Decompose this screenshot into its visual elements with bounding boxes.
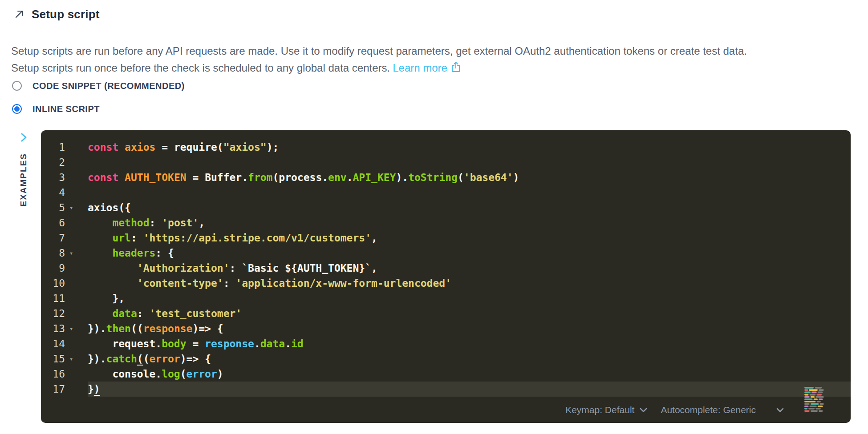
code-token: const	[88, 141, 118, 153]
code-token: log	[162, 368, 180, 380]
code-token: );	[267, 141, 279, 153]
keymap-dropdown[interactable]: Keymap: Default	[565, 405, 647, 415]
radio-button-icon[interactable]	[12, 81, 22, 91]
code-token: ).	[396, 172, 408, 183]
code-token: axios({	[88, 202, 131, 213]
code-line[interactable]: 10 'content-type': 'application/x-www-fo…	[41, 276, 851, 291]
code-line-content[interactable]: const AUTH_TOKEN = Buffer.from(process.e…	[88, 170, 851, 185]
code-token: ((	[131, 323, 143, 334]
code-line-content[interactable]: 'Authorization': `Basic ${AUTH_TOKEN}`,	[88, 261, 851, 276]
radio-option-inline-script[interactable]: INLINE SCRIPT	[12, 103, 100, 115]
code-line-content[interactable]: url: 'https://api.stripe.com/v1/customer…	[88, 230, 851, 245]
code-line-content[interactable]: headers: {	[88, 245, 851, 261]
code-token: )	[513, 172, 519, 183]
code-token: method	[112, 217, 149, 229]
collapse-arrow-icon[interactable]	[13, 8, 25, 20]
code-line[interactable]: 7 url: 'https://api.stripe.com/v1/custom…	[41, 230, 851, 245]
code-line-content[interactable]: data: 'test_customer'	[88, 306, 851, 321]
code-line[interactable]: 3const AUTH_TOKEN = Buffer.from(process.…	[41, 170, 851, 185]
code-token: 'content-type'	[137, 277, 223, 289]
code-line-content[interactable]	[88, 185, 851, 200]
code-token: body	[162, 338, 186, 350]
code-line-content[interactable]: method: 'post',	[88, 215, 851, 230]
code-line[interactable]: 15▾}).catch((error)=> {	[41, 351, 851, 366]
code-line-content[interactable]: }).then((response)=> {	[88, 321, 851, 336]
code-token: request.	[88, 338, 162, 350]
code-line-content[interactable]: console.log(error)	[88, 366, 851, 382]
examples-rail-label: EXAMPLES	[19, 153, 28, 207]
fold-gutter	[65, 140, 88, 155]
code-line[interactable]: 4	[41, 185, 851, 200]
code-line[interactable]: 2	[41, 155, 851, 170]
code-token: = Buffer.	[187, 172, 248, 183]
code-line-content[interactable]: })	[88, 382, 851, 397]
code-line[interactable]: 12 data: 'test_customer'	[41, 306, 851, 321]
line-number: 10	[41, 276, 65, 291]
code-token: :	[131, 232, 143, 244]
code-token	[88, 308, 112, 319]
code-token: data	[112, 308, 137, 319]
code-line-content[interactable]: },	[88, 291, 851, 306]
code-token: : `Basic ${AUTH_TOKEN}`,	[230, 262, 377, 274]
code-line[interactable]: 14 request.body = response.data.id	[41, 336, 851, 351]
editor-statusbar: Keymap: Default Autocomplete: Generic	[41, 397, 851, 423]
code-line[interactable]: 11 },	[41, 291, 851, 306]
code-token: toString	[408, 172, 458, 183]
code-token: = require(	[155, 141, 223, 153]
code-token: ,	[371, 232, 377, 244]
code-line[interactable]: 6 method: 'post',	[41, 215, 851, 230]
fold-arrow-icon[interactable]: ▾	[65, 200, 88, 215]
code-line[interactable]: 13▾}).then((response)=> {	[41, 321, 851, 336]
chevron-down-icon	[776, 408, 784, 413]
code-token: response	[205, 338, 254, 350]
fold-arrow-icon[interactable]: ▾	[65, 321, 88, 336]
examples-rail-toggle[interactable]: EXAMPLES	[12, 133, 35, 207]
radio-option-label: CODE SNIPPET (RECOMMENDED)	[32, 81, 185, 91]
code-token: (	[143, 353, 150, 365]
section-header: Setup script	[13, 5, 868, 23]
fold-gutter	[65, 276, 88, 291]
line-number: 13	[41, 321, 65, 336]
code-line[interactable]: 1const axios = require("axios");	[41, 140, 851, 155]
code-token	[88, 232, 112, 244]
fold-gutter	[65, 170, 88, 185]
description-line1: Setup scripts are run before any API req…	[11, 45, 747, 57]
code-line[interactable]: 5▾axios({	[41, 200, 851, 215]
radio-button-icon[interactable]	[12, 104, 22, 114]
code-token: response	[143, 323, 193, 334]
code-line[interactable]: 17})	[41, 382, 851, 397]
code-line-content[interactable]: axios({	[88, 200, 851, 215]
autocomplete-dropdown[interactable]: Autocomplete: Generic	[661, 405, 784, 415]
code-token: )	[217, 368, 223, 380]
learn-more-link[interactable]: Learn more	[393, 62, 447, 74]
code-editor[interactable]: 1const axios = require("axios");23const …	[41, 130, 851, 423]
code-token: :	[223, 277, 236, 289]
code-line-content[interactable]	[88, 155, 851, 170]
fold-gutter	[65, 382, 88, 397]
code-token: headers	[112, 247, 155, 259]
code-token: )=> {	[192, 323, 223, 334]
code-token: error	[150, 353, 180, 365]
line-number: 5	[41, 200, 65, 215]
code-token: then	[106, 323, 131, 334]
code-line-content[interactable]: request.body = response.data.id	[88, 336, 851, 351]
code-token	[88, 217, 112, 229]
fold-arrow-icon[interactable]: ▾	[65, 245, 88, 261]
code-line[interactable]: 9 'Authorization': `Basic ${AUTH_TOKEN}`…	[41, 261, 851, 276]
code-line[interactable]: 16 console.log(error)	[41, 366, 851, 382]
code-line[interactable]: 8▾ headers: {	[41, 245, 851, 261]
code-token: .	[254, 338, 260, 350]
line-number: 15	[41, 351, 65, 366]
line-number: 7	[41, 230, 65, 245]
code-token: from	[248, 172, 272, 183]
code-line-content[interactable]: }).catch((error)=> {	[88, 351, 851, 366]
code-token: 'Authorization'	[137, 262, 230, 274]
code-token: error	[187, 368, 217, 380]
code-line-content[interactable]: 'content-type': 'application/x-www-form-…	[88, 276, 851, 291]
fold-arrow-icon[interactable]: ▾	[65, 351, 88, 366]
code-line-content[interactable]: const axios = require("axios");	[88, 140, 851, 155]
code-token: AUTH_TOKEN	[125, 172, 186, 183]
code-token: }).	[88, 323, 106, 334]
page-title: Setup script	[32, 8, 100, 21]
radio-option-code-snippet[interactable]: CODE SNIPPET (RECOMMENDED)	[12, 80, 185, 92]
